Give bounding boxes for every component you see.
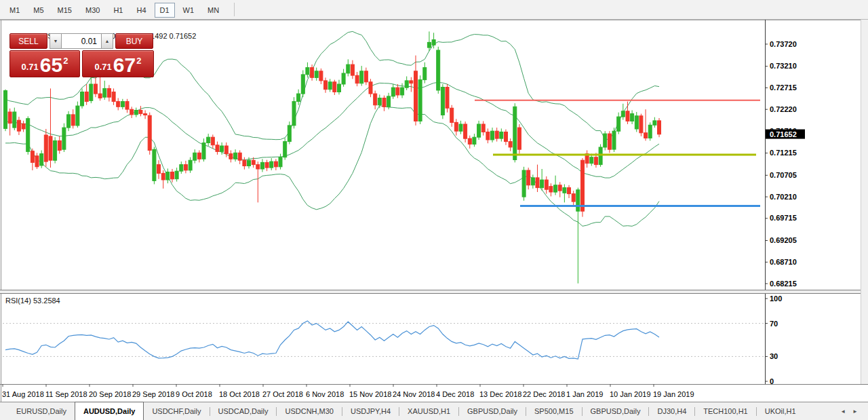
candle — [26, 119, 30, 152]
date-tick-label: 27 Oct 2018 — [262, 390, 303, 398]
candle — [473, 137, 476, 144]
candle — [220, 146, 224, 151]
candle — [238, 153, 241, 160]
tab-tech100-h1[interactable]: TECH100,H1 — [695, 402, 755, 420]
candle — [161, 173, 165, 180]
candle — [594, 157, 597, 165]
tab-usdcnh-m30[interactable]: USDCNH,M30 — [277, 402, 342, 420]
date-tick-label: 6 Nov 2018 — [306, 390, 344, 398]
date-tick-label: 29 Sep 2018 — [132, 390, 174, 398]
candle — [261, 162, 264, 169]
price-tick-label: 0.68215 — [770, 280, 797, 288]
candle — [315, 71, 318, 78]
candle — [292, 102, 296, 126]
candle — [549, 187, 553, 192]
timeframe-h4[interactable]: H4 — [131, 3, 151, 18]
tab-eurusd-daily[interactable]: EURUSD,Daily — [8, 402, 75, 420]
tab-audusd-daily[interactable]: AUDUSD,Daily — [75, 402, 144, 420]
candle — [491, 131, 494, 140]
candle — [351, 64, 354, 75]
sell-price-sup: 2 — [63, 56, 68, 66]
date-axis[interactable]: 31 Aug 201811 Sep 201820 Sep 201829 Sep … — [2, 384, 694, 398]
candle — [441, 88, 444, 115]
candle — [103, 88, 106, 97]
price-axis[interactable]: 0.737200.732100.727150.722200.717100.712… — [765, 40, 797, 288]
tabs-scroll-right-icon[interactable]: ► — [849, 408, 861, 415]
buy-price-button[interactable]: 0.71 67 2 — [82, 50, 154, 77]
candle — [554, 185, 557, 192]
rsi-line — [5, 321, 659, 359]
timeframe-m1[interactable]: M1 — [4, 3, 25, 18]
sell-button[interactable]: SELL — [9, 33, 47, 49]
candle — [563, 188, 566, 193]
volume-up-button[interactable]: ▲ — [101, 33, 113, 49]
candle — [85, 92, 88, 102]
candle — [288, 126, 291, 142]
candle — [90, 84, 93, 100]
candle — [98, 94, 102, 98]
candle — [71, 115, 75, 126]
volume-input[interactable]: 0.01 — [62, 33, 101, 49]
candle — [216, 145, 219, 152]
tab-usdcad-daily[interactable]: USDCAD,Daily — [210, 402, 277, 420]
rsi-scale-label: 30 — [770, 352, 778, 360]
tab-xauusd-h1[interactable]: XAUUSD,H1 — [399, 402, 458, 420]
candle — [531, 178, 534, 185]
tab-usdchf-daily[interactable]: USDCHF,Daily — [144, 402, 209, 420]
tabs-scroll-left-icon[interactable]: ◄ — [837, 408, 849, 415]
tab-usdjpy-h4[interactable]: USDJPY,H4 — [342, 402, 399, 420]
tab-gbpusd-daily[interactable]: GBPUSD,Daily — [459, 402, 526, 420]
candle — [347, 64, 350, 73]
price-tick-label: 0.72715 — [770, 83, 797, 92]
timeframe-w1[interactable]: W1 — [178, 3, 200, 18]
candle — [437, 50, 440, 90]
candle — [360, 71, 363, 83]
buy-button[interactable]: BUY — [115, 33, 153, 49]
candle — [13, 112, 16, 128]
candle — [338, 84, 341, 92]
timeframe-m5[interactable]: M5 — [28, 3, 49, 18]
candle — [256, 165, 260, 169]
candle — [454, 122, 458, 131]
sell-price-button[interactable]: 0.71 65 2 — [9, 50, 80, 77]
candle — [319, 71, 323, 81]
candle — [405, 81, 408, 88]
timeframe-mn[interactable]: MN — [202, 3, 224, 18]
candle — [153, 149, 156, 180]
tab-dj30-h4[interactable]: DJ30,H4 — [649, 402, 694, 420]
timeframe-m15[interactable]: M15 — [52, 3, 77, 18]
candle — [369, 82, 372, 94]
candle — [505, 132, 508, 142]
candle — [224, 146, 228, 154]
candle — [590, 157, 593, 164]
price-tick-label: 0.72220 — [770, 105, 797, 113]
date-tick-label: 1 Jan 2019 — [566, 390, 603, 398]
candle — [517, 128, 521, 149]
candle — [401, 88, 404, 95]
candle — [270, 161, 273, 168]
rsi-scale-label: 0 — [770, 377, 774, 385]
volume-down-button[interactable]: ▼ — [50, 33, 62, 49]
candle — [500, 132, 503, 139]
candle — [396, 88, 399, 95]
candle — [197, 153, 201, 159]
candle — [49, 136, 52, 160]
date-tick-label: 9 Oct 2018 — [176, 390, 212, 398]
buy-price-prefix: 0.71 — [95, 62, 112, 72]
tab-ukoil-h1[interactable]: UKOil,H1 — [757, 402, 804, 420]
candle — [189, 160, 192, 170]
date-tick-label: 10 Jan 2019 — [610, 390, 651, 398]
toolbar-separator — [234, 3, 235, 16]
tab-gbpusd-daily[interactable]: GBPUSD,Daily — [583, 402, 649, 420]
timeframe-m30[interactable]: M30 — [80, 3, 105, 18]
timeframe-d1[interactable]: D1 — [155, 3, 175, 18]
tab-sp500-m15[interactable]: SP500,M15 — [526, 402, 581, 420]
candle — [576, 190, 580, 211]
timeframe-h1[interactable]: H1 — [108, 3, 128, 18]
chart-window: 0.737200.732100.727150.722200.717100.712… — [0, 20, 868, 402]
buy-price-big: 67 — [113, 56, 136, 74]
candle — [509, 142, 512, 147]
candle — [459, 124, 462, 131]
price-tick-label: 0.71215 — [770, 149, 797, 157]
candle — [658, 121, 661, 134]
